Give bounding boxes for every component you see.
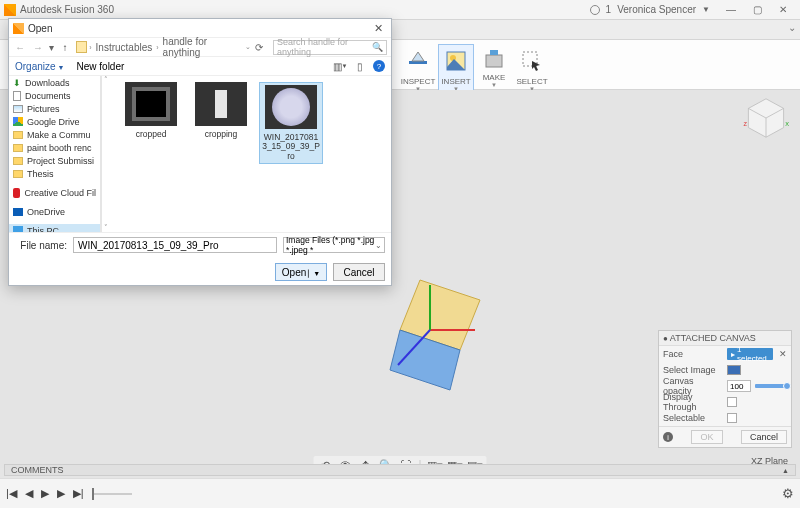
breadcrumb-2[interactable]: handle for anything: [161, 36, 243, 58]
svg-point-2: [450, 55, 456, 61]
sidebar-item-label: Make a Commu: [27, 130, 91, 140]
attached-canvas-ok-button[interactable]: OK: [691, 430, 722, 444]
file-thumbnail: [125, 82, 177, 126]
selectable-checkbox[interactable]: [727, 413, 737, 423]
user-name: Veronica Spencer: [617, 4, 696, 15]
file-tile[interactable]: WIN_20170813_15_09_39_Pro: [259, 82, 323, 164]
timeline-playhead[interactable]: [92, 488, 94, 500]
organize-menu[interactable]: Organize▼: [15, 61, 65, 72]
attached-canvas-panel: ● ATTACHED CANVAS Face ▸1 selected ✕ Sel…: [658, 330, 792, 448]
file-name-label: WIN_20170813_15_09_39_Pro: [262, 133, 320, 161]
panel-collapse-icon[interactable]: ●: [663, 334, 668, 343]
filename-label: File name:: [15, 240, 67, 251]
timeline-play-button[interactable]: ▶: [41, 487, 49, 500]
breadcrumb-1[interactable]: Instructables: [94, 42, 155, 53]
app-titlebar: Autodesk Fusion 360 1 Veronica Spencer ▼…: [0, 0, 800, 20]
folder-icon: [13, 144, 23, 152]
file-thumbnail: [195, 82, 247, 126]
folder-icon: [13, 131, 23, 139]
file-thumbnail: [265, 85, 317, 129]
dialog-cancel-button[interactable]: Cancel: [333, 263, 385, 281]
window-close-button[interactable]: ✕: [770, 1, 796, 19]
attached-canvas-cancel-button[interactable]: Cancel: [741, 430, 787, 444]
select-image-label: Select Image: [663, 365, 723, 375]
breadcrumb-dropdown-icon[interactable]: ⌄: [245, 43, 251, 51]
sidebar-item-documents[interactable]: Documents: [9, 89, 100, 102]
sidebar-scrollbar[interactable]: ˄˅: [101, 76, 109, 232]
attached-canvas-title: ATTACHED CANVAS: [670, 333, 756, 343]
dialog-footer: File name: Image Files (*.png *.jpg *.jp…: [9, 232, 391, 285]
view-mode-button[interactable]: ▥▼: [333, 59, 347, 73]
sidebar-item-creative-cloud-fil[interactable]: Creative Cloud Fil: [9, 186, 100, 199]
timeline-prev-button[interactable]: ◀: [25, 487, 33, 500]
dialog-open-button[interactable]: Open▏▼: [275, 263, 327, 281]
dialog-sidebar[interactable]: ⬇DownloadsDocumentsPicturesGoogle DriveM…: [9, 76, 101, 232]
face-clear-button[interactable]: ✕: [779, 349, 787, 359]
sidebar-item-downloads[interactable]: ⬇Downloads: [9, 76, 100, 89]
window-maximize-button[interactable]: ▢: [744, 1, 770, 19]
timeline-first-button[interactable]: |◀: [6, 487, 17, 500]
timeline-track[interactable]: [92, 493, 132, 495]
panel-info-icon[interactable]: i: [663, 432, 673, 442]
opacity-slider[interactable]: [755, 384, 787, 388]
sidebar-item-paint-booth-renc[interactable]: paint booth renc: [9, 141, 100, 154]
comments-expand-icon[interactable]: ▲: [782, 467, 789, 474]
filetype-dropdown[interactable]: Image Files (*.png *.jpg *.jpeg *⌄: [283, 237, 385, 253]
ribbon-expand-icon[interactable]: ⌄: [788, 22, 796, 33]
dialog-file-list[interactable]: croppedcroppingWIN_20170813_15_09_39_Pro: [109, 76, 391, 232]
sidebar-item-pictures[interactable]: Pictures: [9, 102, 100, 115]
cc-icon: [13, 188, 20, 198]
search-icon: 🔍: [372, 42, 383, 52]
nav-history-dropdown[interactable]: ▾: [49, 42, 54, 53]
nav-up-button[interactable]: ↑: [58, 42, 72, 53]
opacity-slider-knob[interactable]: [783, 382, 791, 390]
sidebar-item-this-pc[interactable]: This PC: [9, 224, 100, 232]
dialog-help-icon[interactable]: ?: [373, 60, 385, 72]
timeline-settings-icon[interactable]: ⚙: [782, 486, 794, 501]
sidebar-item-onedrive[interactable]: OneDrive: [9, 205, 100, 218]
viewcube[interactable]: Z X: [742, 94, 790, 142]
breadcrumb[interactable]: › Instructables › handle for anything ⌄: [76, 36, 251, 58]
face-selected-pill[interactable]: ▸1 selected: [727, 348, 773, 360]
sidebar-item-label: Documents: [25, 91, 71, 101]
timeline-next-button[interactable]: ▶: [57, 487, 65, 500]
sidebar-item-label: Thesis: [27, 169, 54, 179]
nav-forward-button[interactable]: →: [31, 42, 45, 53]
sidebar-item-thesis[interactable]: Thesis: [9, 167, 100, 180]
dialog-search-input[interactable]: Search handle for anything 🔍: [273, 40, 387, 55]
attached-canvas-header[interactable]: ● ATTACHED CANVAS: [659, 331, 791, 346]
file-tile[interactable]: cropping: [189, 82, 253, 139]
file-name-label: cropping: [189, 130, 253, 139]
dialog-app-icon: [13, 23, 24, 34]
onedrive-icon: [13, 208, 23, 216]
history-icon[interactable]: [590, 5, 600, 15]
nav-back-button[interactable]: ←: [13, 42, 27, 53]
attached-canvas-row-display-through: Display Through: [659, 394, 791, 410]
preview-pane-button[interactable]: ▯: [353, 59, 367, 73]
sidebar-item-label: Google Drive: [27, 117, 80, 127]
search-placeholder: Search handle for anything: [277, 37, 368, 57]
sidebar-item-label: paint booth renc: [27, 143, 92, 153]
window-minimize-button[interactable]: —: [718, 1, 744, 19]
user-menu-caret-icon[interactable]: ▼: [702, 5, 710, 14]
svg-line-14: [398, 330, 430, 365]
comments-bar[interactable]: COMMENTS ▲: [4, 464, 796, 476]
sidebar-item-project-submissi[interactable]: Project Submissi: [9, 154, 100, 167]
user-area[interactable]: 1 Veronica Spencer ▼: [590, 4, 710, 15]
comments-label: COMMENTS: [11, 465, 64, 475]
folder-icon: [13, 170, 23, 178]
filename-input[interactable]: [73, 237, 277, 253]
opacity-input[interactable]: [727, 380, 751, 392]
file-tile[interactable]: cropped: [119, 82, 183, 139]
new-folder-button[interactable]: New folder: [77, 61, 125, 72]
sidebar-item-make-a-commu[interactable]: Make a Commu: [9, 128, 100, 141]
dialog-titlebar[interactable]: Open ✕: [9, 19, 391, 37]
face-label: Face: [663, 349, 723, 359]
dialog-close-button[interactable]: ✕: [369, 20, 387, 36]
display-through-checkbox[interactable]: [727, 397, 737, 407]
sidebar-item-google-drive[interactable]: Google Drive: [9, 115, 100, 128]
nav-refresh-button[interactable]: ⟳: [255, 42, 269, 53]
select-image-button[interactable]: [727, 365, 741, 375]
timeline-last-button[interactable]: ▶|: [73, 487, 84, 500]
svg-text:Z: Z: [744, 121, 748, 127]
